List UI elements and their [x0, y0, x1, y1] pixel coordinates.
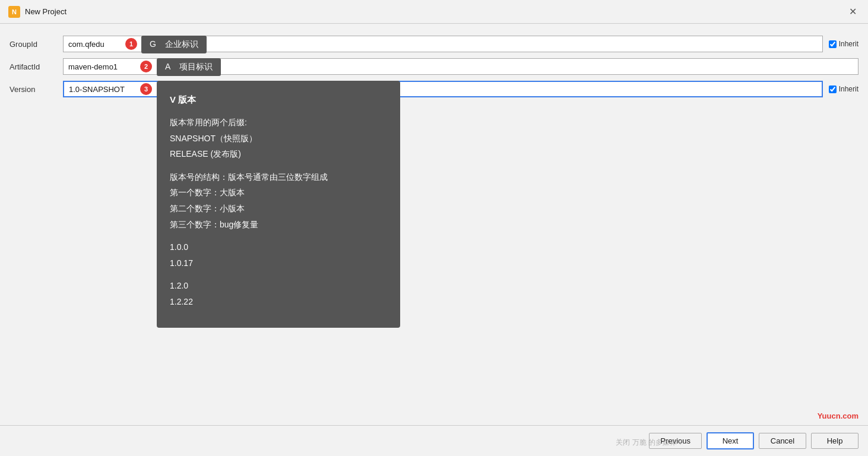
- tooltip-v-line7: 第三个数字：bug修复量: [170, 217, 387, 233]
- overlay-text: 关闭 万脆 的多媒体？: [616, 438, 684, 448]
- tooltip-v-example1: 1.0.0: [170, 239, 387, 255]
- groupid-row-wrapper: GroupId Inherit 1 G 企业标识: [9, 36, 859, 52]
- groupid-inherit-label: Inherit: [839, 40, 859, 48]
- close-button[interactable]: ✕: [845, 5, 860, 19]
- bottom-bar: 关闭 万脆 的多媒体？ Previous Next Cancel Help: [0, 425, 868, 456]
- groupid-inherit-checkbox[interactable]: [829, 40, 837, 48]
- tooltip-v-example2: 1.0.17: [170, 255, 387, 271]
- tooltip-g-prefix: G: [150, 39, 156, 49]
- watermark: Yuucn.com: [818, 411, 859, 420]
- artifactid-label: ArtifactId: [9, 62, 63, 71]
- version-inherit-label: Inherit: [839, 85, 859, 93]
- tooltip-v-line2: SNAPSHOT（快照版）: [170, 131, 387, 147]
- tooltip-a-prefix: A: [165, 62, 170, 71]
- tooltip-v-line6: 第二个数字：小版本: [170, 201, 387, 217]
- tooltip-v-section2: 版本号的结构：版本号通常由三位数字组成 第一个数字：大版本 第二个数字：小版本 …: [170, 169, 387, 232]
- tooltip-g-text: 企业标识: [165, 39, 198, 49]
- tooltip-v-title: V 版本: [170, 91, 387, 107]
- groupid-label: GroupId: [9, 40, 63, 49]
- new-project-dialog: N New Project ✕ GroupId Inherit 1 G 企业标识: [0, 0, 868, 456]
- title-bar-left: N New Project: [8, 6, 66, 18]
- tooltip-v-line5: 第一个数字：大版本: [170, 185, 387, 201]
- tooltip-v-example3: 1.2.0: [170, 278, 387, 294]
- content-area: GroupId Inherit 1 G 企业标识 ArtifactId: [0, 24, 868, 425]
- version-row-wrapper: Version Inherit 3 V 版本 版本常用的两个后缀: SNAPSH…: [9, 81, 859, 97]
- version-row: Version Inherit: [9, 81, 859, 97]
- tooltip-v-example4: 1.2.22: [170, 294, 387, 310]
- version-label: Version: [9, 85, 63, 94]
- badge-2: 2: [140, 61, 152, 72]
- app-icon: N: [8, 6, 20, 18]
- badge-1: 1: [125, 38, 137, 50]
- title-bar: N New Project ✕: [0, 0, 868, 24]
- tooltip-v-section3: 1.0.0 1.0.17: [170, 239, 387, 271]
- tooltip-v-line4: 版本号的结构：版本号通常由三位数字组成: [170, 169, 387, 185]
- tooltip-v-line3: RELEASE (发布版): [170, 146, 387, 162]
- version-inherit: Inherit: [829, 85, 859, 93]
- help-button[interactable]: Help: [811, 433, 859, 449]
- groupid-inherit: Inherit: [829, 40, 859, 48]
- dialog-title: New Project: [25, 7, 66, 16]
- badge-3: 3: [140, 83, 152, 95]
- artifactid-row: ArtifactId: [9, 58, 859, 75]
- tooltip-a-text: 项目标识: [179, 62, 213, 71]
- tooltip-a: A 项目标识: [157, 58, 221, 76]
- version-inherit-checkbox[interactable]: [829, 86, 837, 93]
- next-button[interactable]: Next: [707, 432, 754, 449]
- tooltip-v-section4: 1.2.0 1.2.22: [170, 278, 387, 309]
- cancel-button[interactable]: Cancel: [759, 433, 806, 449]
- artifactid-row-wrapper: ArtifactId 2 A 项目标识: [9, 58, 859, 75]
- tooltip-v-line1: 版本常用的两个后缀:: [170, 115, 387, 131]
- tooltip-v-section1: 版本常用的两个后缀: SNAPSHOT（快照版） RELEASE (发布版): [170, 115, 387, 162]
- tooltip-version: V 版本 版本常用的两个后缀: SNAPSHOT（快照版） RELEASE (发…: [157, 81, 400, 328]
- tooltip-g: G 企业标识: [141, 36, 207, 53]
